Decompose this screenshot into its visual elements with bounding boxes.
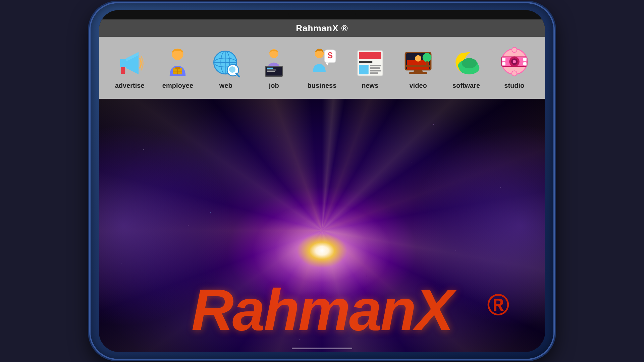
svg-marker-26: [326, 62, 329, 66]
studio-label: studio: [504, 82, 524, 89]
svg-point-16: [229, 66, 235, 73]
galaxy-background: RahmanX ®: [99, 99, 545, 352]
video-icon: [401, 46, 435, 80]
svg-rect-32: [359, 65, 369, 74]
svg-rect-57: [523, 62, 527, 65]
volume-down-button[interactable]: [88, 111, 90, 137]
nav-item-advertise[interactable]: advertise: [110, 46, 150, 89]
svg-point-62: [512, 71, 517, 76]
software-label: software: [452, 82, 480, 89]
video-label: video: [410, 82, 427, 89]
svg-rect-56: [523, 58, 527, 61]
svg-rect-36: [370, 72, 378, 74]
web-icon: [209, 46, 243, 80]
phone-wrapper: RahmanX ®: [91, 3, 553, 359]
svg-rect-3: [121, 67, 125, 74]
svg-rect-35: [370, 70, 381, 71]
svg-rect-40: [406, 65, 430, 67]
job-icon: [257, 46, 291, 80]
svg-line-17: [236, 73, 239, 76]
svg-rect-34: [370, 67, 380, 69]
web-label: web: [219, 82, 232, 89]
nav-item-news[interactable]: news: [350, 46, 390, 89]
svg-point-49: [462, 58, 477, 68]
job-label: job: [269, 82, 279, 89]
employee-label: employee: [162, 82, 193, 89]
svg-rect-45: [409, 72, 427, 74]
svg-rect-23: [267, 71, 275, 72]
notch: [288, 11, 356, 18]
notch-bar: [99, 10, 545, 19]
svg-rect-55: [502, 62, 505, 65]
app-title: RahmanX ®: [296, 23, 348, 34]
svg-point-61: [512, 47, 517, 52]
advertise-label: advertise: [115, 82, 145, 89]
nav-item-video[interactable]: video: [398, 46, 438, 89]
nav-item-studio[interactable]: studio: [494, 46, 534, 89]
svg-rect-33: [370, 65, 381, 66]
business-label: business: [308, 82, 337, 89]
nav-item-software[interactable]: software: [446, 46, 486, 89]
svg-rect-30: [359, 52, 381, 59]
svg-point-42: [423, 53, 432, 62]
phone-screen: RahmanX ®: [99, 10, 545, 352]
svg-rect-43: [426, 61, 428, 65]
brand-text-container: RahmanX ®: [99, 281, 545, 339]
news-icon: [353, 46, 387, 80]
nav-item-job[interactable]: job: [254, 46, 294, 89]
nav-item-employee[interactable]: employee: [158, 46, 198, 89]
nav-item-web[interactable]: web: [206, 46, 246, 89]
volume-up-button[interactable]: [88, 77, 90, 97]
brand-main-text: RahmanX: [191, 281, 452, 339]
svg-marker-0: [120, 59, 126, 67]
svg-text:$: $: [328, 50, 333, 60]
brand-registered-symbol: ®: [487, 288, 509, 322]
studio-icon: [497, 46, 531, 80]
svg-rect-31: [359, 60, 372, 63]
bixby-button[interactable]: [88, 144, 90, 171]
main-content: RahmanX ®: [99, 99, 545, 352]
business-icon: $: [305, 46, 339, 80]
svg-point-41: [415, 55, 421, 61]
news-label: news: [362, 82, 378, 89]
svg-rect-21: [267, 67, 273, 69]
employee-icon: [161, 46, 195, 80]
nav-item-business[interactable]: $ business: [302, 46, 342, 89]
nav-bar: advertise: [99, 37, 545, 99]
home-bar-indicator[interactable]: [292, 348, 352, 349]
power-button[interactable]: [554, 124, 556, 164]
software-icon: [449, 46, 483, 80]
svg-rect-22: [267, 69, 277, 70]
svg-point-60: [513, 60, 516, 63]
svg-rect-54: [502, 58, 505, 61]
advertise-icon: [113, 46, 147, 80]
header-bar: RahmanX ®: [99, 19, 545, 37]
